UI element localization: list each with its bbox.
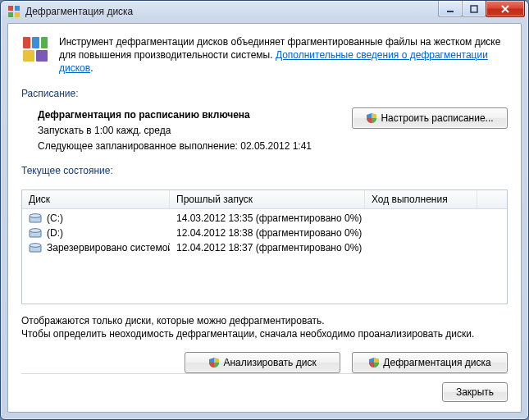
note-line-1: Отображаются только диски, которые можно… bbox=[21, 314, 508, 327]
intro-section: Инструмент дефрагментации дисков объедин… bbox=[21, 35, 508, 75]
window-controls bbox=[439, 1, 525, 17]
schedule-info: Дефрагментация по расписанию включена За… bbox=[21, 107, 312, 155]
disk-table: Диск Прошлый запуск Ход выполнения (C:) … bbox=[21, 189, 508, 304]
svg-rect-8 bbox=[41, 37, 48, 48]
client-area: Инструмент дефрагментации дисков объедин… bbox=[7, 23, 522, 413]
titlebar[interactable]: Дефрагментация диска bbox=[1, 1, 528, 23]
th-disk[interactable]: Диск bbox=[22, 190, 170, 208]
disk-name: (C:) bbox=[47, 212, 63, 224]
close-label: Закрыть bbox=[456, 386, 494, 398]
schedule-row: Дефрагментация по расписанию включена За… bbox=[21, 107, 508, 155]
svg-point-12 bbox=[30, 213, 41, 217]
th-spacer bbox=[477, 190, 507, 208]
schedule-run-at: Запускать в 1:00 кажд. среда bbox=[38, 123, 312, 139]
disk-icon bbox=[29, 212, 42, 224]
svg-point-14 bbox=[30, 228, 41, 232]
shield-icon bbox=[366, 112, 377, 124]
table-header: Диск Прошлый запуск Ход выполнения bbox=[22, 190, 507, 209]
window-title: Дефрагментация диска bbox=[25, 6, 133, 17]
shield-icon bbox=[368, 357, 380, 368]
svg-rect-0 bbox=[8, 6, 13, 11]
svg-rect-10 bbox=[36, 50, 48, 62]
disk-icon bbox=[29, 227, 42, 239]
intro-text: Инструмент дефрагментации дисков объедин… bbox=[59, 35, 508, 75]
svg-rect-9 bbox=[23, 50, 34, 62]
svg-rect-7 bbox=[32, 37, 39, 48]
th-progress[interactable]: Ход выполнения bbox=[365, 190, 477, 208]
shield-icon bbox=[208, 357, 220, 368]
disk-name: (D:) bbox=[47, 227, 63, 239]
table-row[interactable]: Зарезервировано системой 12.04.2012 18:3… bbox=[22, 240, 507, 255]
footer-row: Закрыть bbox=[21, 373, 508, 402]
disk-icon bbox=[29, 242, 42, 253]
schedule-next-run: Следующее запланированное выполнение: 02… bbox=[38, 139, 312, 154]
app-window: Дефрагментация диска bbox=[0, 0, 529, 420]
progress-value bbox=[365, 217, 507, 219]
defrag-label: Дефрагментация диска bbox=[383, 357, 490, 368]
close-window-button[interactable] bbox=[486, 1, 525, 17]
svg-rect-6 bbox=[23, 37, 30, 48]
schedule-status: Дефрагментация по расписанию включена bbox=[38, 107, 312, 123]
schedule-label: Расписание: bbox=[21, 88, 508, 99]
svg-point-16 bbox=[30, 243, 41, 247]
svg-rect-4 bbox=[447, 11, 454, 12]
svg-rect-2 bbox=[8, 12, 13, 17]
footer-note: Отображаются только диски, которые можно… bbox=[21, 314, 508, 340]
close-button[interactable]: Закрыть bbox=[442, 382, 508, 402]
defrag-large-icon bbox=[21, 35, 49, 66]
app-icon bbox=[7, 5, 21, 18]
action-buttons: Анализировать диск Дефрагментация диска bbox=[21, 352, 508, 373]
last-run-value: 12.04.2012 18:38 (фрагментировано 0%) bbox=[170, 226, 365, 240]
current-state-label: Текущее состояние: bbox=[21, 165, 508, 176]
table-row[interactable]: (D:) 12.04.2012 18:38 (фрагментировано 0… bbox=[22, 226, 507, 240]
note-line-2: Чтобы определить неоходимость дефрагмент… bbox=[21, 327, 508, 340]
last-run-value: 12.04.2012 18:37 (фрагментировано 0%) bbox=[170, 241, 365, 254]
progress-value bbox=[365, 247, 507, 249]
configure-schedule-button[interactable]: Настроить расписание... bbox=[352, 107, 508, 129]
disk-name: Зарезервировано системой bbox=[47, 242, 170, 253]
configure-schedule-label: Настроить расписание... bbox=[381, 112, 493, 124]
progress-value bbox=[365, 232, 507, 234]
minimize-button[interactable] bbox=[438, 1, 463, 17]
th-last-run[interactable]: Прошлый запуск bbox=[170, 190, 365, 208]
last-run-value: 14.03.2012 13:35 (фрагментировано 0%) bbox=[170, 212, 365, 225]
maximize-button[interactable] bbox=[462, 1, 486, 17]
svg-rect-5 bbox=[471, 6, 477, 12]
table-row[interactable]: (C:) 14.03.2012 13:35 (фрагментировано 0… bbox=[22, 211, 507, 226]
defragment-button[interactable]: Дефрагментация диска bbox=[352, 352, 508, 373]
svg-rect-1 bbox=[15, 6, 20, 11]
table-body: (C:) 14.03.2012 13:35 (фрагментировано 0… bbox=[22, 209, 507, 257]
svg-rect-3 bbox=[15, 12, 20, 17]
analyze-button[interactable]: Анализировать диск bbox=[185, 352, 340, 373]
analyze-label: Анализировать диск bbox=[223, 357, 316, 368]
